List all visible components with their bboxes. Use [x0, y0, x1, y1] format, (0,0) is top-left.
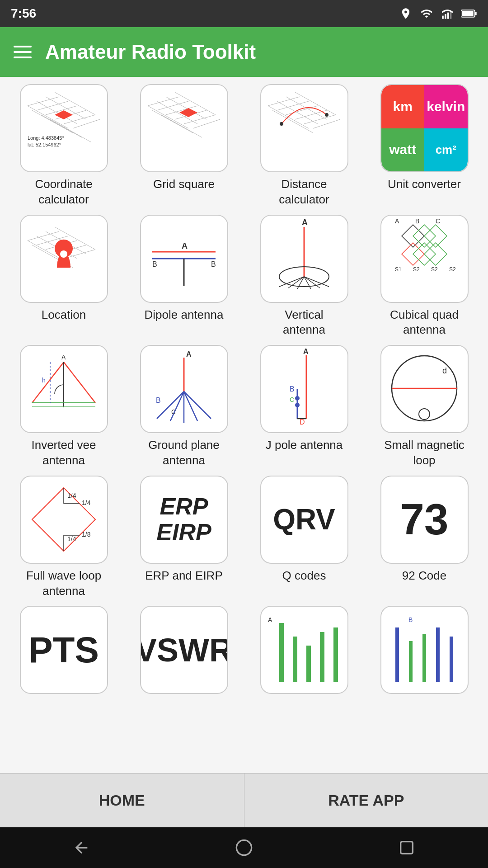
grid-item-full-wave-loop-antenna[interactable]: 1/4 1/4 1/4 1/8 Full wave loopantenna [7, 476, 120, 599]
svg-line-8 [37, 101, 68, 110]
ground-plane-antenna-icon: A B C [140, 345, 228, 433]
svg-text:S2: S2 [431, 266, 438, 273]
small-magnetic-loop-icon: d [380, 345, 469, 433]
j-pole-antenna-label: J pole antenna [266, 438, 343, 453]
grid-item-location[interactable]: Location [7, 215, 120, 338]
svg-text:B: B [290, 385, 295, 393]
svg-text:A: A [303, 349, 309, 355]
home-button[interactable]: HOME [0, 773, 244, 827]
j-pole-antenna-icon: A B C D [260, 345, 348, 433]
svg-line-88 [32, 362, 64, 403]
svg-line-46 [272, 110, 313, 133]
grid-item-erp-eirp[interactable]: ERPEIRP ERP and EIRP [127, 476, 240, 599]
svg-text:A: A [268, 616, 272, 623]
grid-item-coordinate-calculator[interactable]: Long: 4.483845° lat: 52.154962° Coordina… [7, 84, 120, 208]
antenna4-icon: B [380, 606, 469, 694]
home-nav-button[interactable] [235, 839, 253, 857]
wifi-icon [419, 7, 434, 20]
grid-item-antenna3[interactable]: A [248, 606, 361, 698]
svg-point-48 [325, 113, 328, 117]
full-wave-loop-antenna-icon: 1/4 1/4 1/4 1/8 [20, 476, 108, 564]
grid-square-icon [140, 84, 228, 172]
q-codes-label: Q codes [282, 568, 326, 584]
unit-converter-label: Unit converter [388, 177, 461, 192]
grid-item-unit-converter[interactable]: km kelvin watt cm² Unit converter [368, 84, 481, 208]
svg-rect-0 [442, 16, 444, 19]
bottom-bar: HOME RATE APP [0, 773, 488, 827]
distance-calculator-label: Distancecalculator [279, 177, 329, 208]
signal-icon [441, 7, 454, 20]
svg-text:1/4: 1/4 [82, 499, 91, 506]
svg-line-34 [161, 115, 202, 137]
svg-text:S2: S2 [449, 266, 456, 273]
svg-text:C: C [290, 396, 294, 403]
grid-item-vswr[interactable]: VSWR [127, 606, 240, 698]
grid-item-cubical-quad-antenna[interactable]: A B C S1 S2 S2 S2 Cubical quadantenna [368, 215, 481, 338]
vertical-antenna-icon: A [260, 215, 348, 303]
92-code-icon: 73 [380, 476, 469, 564]
svg-point-108 [295, 396, 300, 401]
svg-rect-1 [445, 14, 446, 19]
back-button[interactable] [72, 839, 90, 857]
grid-item-pts[interactable]: PTS [7, 606, 120, 698]
grid-item-j-pole-antenna[interactable]: A B C D J pole antenna [248, 345, 361, 468]
antenna3-icon: A [260, 606, 348, 694]
svg-rect-6 [475, 12, 477, 15]
battery-icon [461, 7, 477, 20]
svg-point-139 [236, 840, 251, 855]
svg-text:h: h [42, 377, 46, 384]
q-codes-icon: QRV [260, 476, 348, 564]
dipole-antenna-label: Dipole antenna [145, 307, 224, 323]
svg-text:C: C [436, 218, 440, 225]
dipole-antenna-icon: A B B [140, 215, 228, 303]
svg-point-109 [295, 403, 300, 407]
grid-item-q-codes[interactable]: QRV Q codes [248, 476, 361, 599]
svg-text:S2: S2 [413, 266, 420, 273]
svg-line-36 [268, 97, 300, 106]
grid-item-small-magnetic-loop[interactable]: d Small magneticloop [368, 345, 481, 468]
grid-item-grid-square[interactable]: Grid square [127, 84, 240, 208]
svg-text:B: B [152, 260, 157, 268]
svg-text:lat: 52.154962°: lat: 52.154962° [28, 142, 61, 147]
ground-plane-antenna-label: Ground planeantenna [148, 438, 220, 468]
svg-line-37 [277, 101, 309, 110]
status-time: 7:56 [11, 6, 36, 21]
svg-text:S1: S1 [395, 266, 402, 273]
grid-square-label: Grid square [153, 177, 215, 192]
rate-app-button[interactable]: RATE APP [244, 773, 488, 827]
svg-text:C: C [171, 408, 176, 415]
distance-calculator-icon [260, 84, 348, 172]
grid-item-vertical-antenna[interactable]: A Verticalantenna [248, 215, 361, 338]
erp-eirp-label: ERP and EIRP [145, 568, 223, 584]
svg-line-23 [148, 97, 179, 106]
svg-text:D: D [300, 418, 305, 426]
svg-rect-3 [450, 11, 452, 19]
svg-line-101 [184, 392, 211, 419]
svg-text:B: B [156, 396, 161, 404]
unit-converter-icon: km kelvin watt cm² [380, 84, 469, 172]
svg-rect-5 [462, 11, 474, 16]
hamburger-menu[interactable] [14, 46, 32, 58]
svg-text:A: A [182, 241, 188, 250]
svg-text:B: B [408, 616, 413, 623]
grid-item-92-code[interactable]: 73 92 Code [368, 476, 481, 599]
grid-item-antenna4[interactable]: B [368, 606, 481, 698]
pts-icon: PTS [20, 606, 108, 694]
svg-marker-35 [179, 108, 197, 117]
grid-item-dipole-antenna[interactable]: A B B Dipole antenna [127, 215, 240, 338]
svg-text:A: A [61, 354, 66, 361]
cubical-quad-antenna-icon: A B C S1 S2 S2 S2 [380, 215, 469, 303]
svg-line-98 [170, 392, 184, 421]
svg-line-7 [28, 97, 59, 106]
inverted-vee-antenna-icon: A h [20, 345, 108, 433]
status-icons [399, 7, 477, 20]
status-bar: 7:56 [0, 0, 488, 27]
svg-text:d: d [442, 366, 447, 375]
svg-text:B: B [211, 260, 216, 268]
recents-button[interactable] [398, 839, 416, 857]
cubical-quad-antenna-label: Cubical quadantenna [390, 307, 459, 338]
grid-item-ground-plane-antenna[interactable]: A B C Ground planeantenna [127, 345, 240, 468]
svg-point-116 [419, 409, 430, 420]
grid-item-inverted-vee-antenna[interactable]: A h Inverted veeantenna [7, 345, 120, 468]
grid-item-distance-calculator[interactable]: Distancecalculator [248, 84, 361, 208]
